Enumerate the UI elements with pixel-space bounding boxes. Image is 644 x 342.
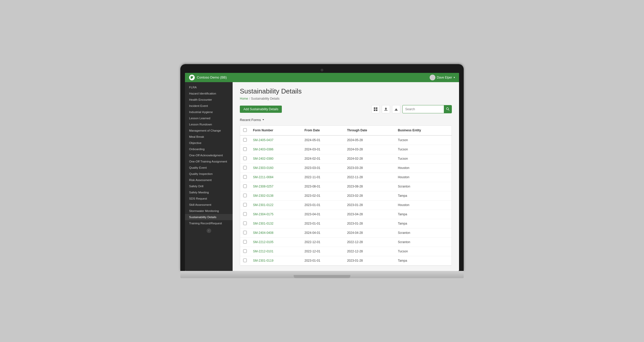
cell-from-date: 2023-08-01 xyxy=(301,182,344,191)
table-row: SM-2211-0084 2022-11-01 2022-11-28 Houst… xyxy=(240,173,452,182)
user-dropdown-icon[interactable]: ▾ xyxy=(454,76,455,79)
sidebar-item[interactable]: FLRA xyxy=(185,84,233,90)
cell-through-date: 2024-02-28 xyxy=(344,154,395,163)
form-number-link[interactable]: SM-2212-0105 xyxy=(253,240,273,244)
row-checkbox-cell xyxy=(240,163,250,173)
table-row: SM-2404-0408 2024-04-01 2024-04-28 Scran… xyxy=(240,228,452,237)
sidebar-item[interactable]: Incident Event xyxy=(185,103,233,109)
cell-through-date: 2022-12-28 xyxy=(344,237,395,247)
row-checkbox[interactable] xyxy=(243,212,247,216)
form-number-link[interactable]: SM-2301-0122 xyxy=(253,203,273,207)
sidebar-item[interactable]: Hazard Identification xyxy=(185,90,233,97)
sidebar-item[interactable]: Objective xyxy=(185,140,233,146)
row-checkbox-cell xyxy=(240,256,250,265)
row-checkbox-cell xyxy=(240,173,250,182)
upload-icon xyxy=(394,107,398,111)
form-number-link[interactable]: SM-2402-0380 xyxy=(253,157,273,160)
sidebar-item[interactable]: Industrial Hygiene xyxy=(185,109,233,115)
sidebar-item[interactable]: SDS Request xyxy=(185,195,233,202)
camera xyxy=(321,69,323,71)
user-name: Dave Elper xyxy=(437,76,452,79)
row-checkbox[interactable] xyxy=(243,138,247,142)
grid-view-button[interactable] xyxy=(371,105,380,113)
sidebar-item[interactable]: Health Encounter xyxy=(185,97,233,103)
add-sustainability-button[interactable]: Add Sustainability Details xyxy=(240,106,282,113)
row-checkbox[interactable] xyxy=(243,166,247,169)
row-checkbox[interactable] xyxy=(243,231,247,234)
form-number-link[interactable]: SM-2304-0175 xyxy=(253,212,273,216)
sidebar-item[interactable]: Sustainability Details xyxy=(185,214,233,220)
cell-business-entity: Tampa xyxy=(395,191,452,200)
section-header: Recent Forms xyxy=(240,118,452,122)
download-icon xyxy=(384,107,388,111)
cell-form-number: SM-2301-0122 xyxy=(250,200,301,210)
cell-form-number: SM-2404-0408 xyxy=(250,228,301,237)
cell-business-entity: Tucson xyxy=(395,135,452,145)
cell-from-date: 2023-01-01 xyxy=(301,256,344,265)
header-left: Contoso Demo (BB) xyxy=(189,75,227,80)
form-number-link[interactable]: SM-2301-0119 xyxy=(253,259,273,262)
sidebar-item[interactable]: Quality Event xyxy=(185,165,233,171)
sidebar-item[interactable]: One-Off Training Assignment xyxy=(185,158,233,165)
sidebar-item[interactable]: One-Off Acknowledgment xyxy=(185,152,233,158)
cell-from-date: 2022-12-01 xyxy=(301,247,344,256)
laptop-base xyxy=(180,271,464,278)
sidebar-item[interactable]: Meal Break xyxy=(185,134,233,140)
search-wrapper xyxy=(402,105,452,113)
row-checkbox[interactable] xyxy=(243,249,247,253)
cell-through-date: 2023-01-28 xyxy=(344,256,395,265)
sidebar-item[interactable]: Safety Meeting xyxy=(185,189,233,195)
cell-from-date: 2023-03-01 xyxy=(301,163,344,173)
cell-business-entity: Tucson xyxy=(395,145,452,154)
row-checkbox[interactable] xyxy=(243,240,247,244)
form-number-link[interactable]: SM-2403-0386 xyxy=(253,148,273,151)
row-checkbox[interactable] xyxy=(243,175,247,179)
upload-button[interactable] xyxy=(392,105,400,113)
cell-form-number: SM-2212-0101 xyxy=(250,247,301,256)
header-right: Dave Elper ▾ xyxy=(430,75,455,80)
search-input[interactable] xyxy=(403,106,444,112)
app-header: Contoso Demo (BB) Dave Elper ▾ xyxy=(185,73,459,82)
form-number-link[interactable]: SM-2301-0132 xyxy=(253,222,273,225)
row-checkbox[interactable] xyxy=(243,147,247,151)
sidebar-item[interactable]: Skill Assessment xyxy=(185,202,233,208)
table-row: SM-2212-0101 2022-12-01 2022-12-28 Tucso… xyxy=(240,247,452,256)
form-number-link[interactable]: SM-2212-0101 xyxy=(253,250,273,253)
download-button[interactable] xyxy=(382,105,390,113)
form-number-link[interactable]: SM-2303-0160 xyxy=(253,166,273,170)
form-number-link[interactable]: SM-2302-0138 xyxy=(253,194,273,198)
cell-business-entity: Tucson xyxy=(395,247,452,256)
table-header-row: Form Number From Date Through Date Busin… xyxy=(240,126,452,135)
cell-business-entity: Tampa xyxy=(395,210,452,219)
search-button[interactable] xyxy=(444,105,452,113)
form-number-link[interactable]: SM-2308-0257 xyxy=(253,185,273,188)
sidebar-collapse-button[interactable]: ‹ xyxy=(207,228,211,233)
cell-through-date: 2023-08-28 xyxy=(344,182,395,191)
sidebar-item[interactable]: Lesson Learned xyxy=(185,115,233,121)
sidebar-item[interactable]: Training Record/Request xyxy=(185,220,233,226)
sidebar-item[interactable]: Onboarding xyxy=(185,146,233,152)
form-number-link[interactable]: SM-2405-0437 xyxy=(253,138,273,142)
row-checkbox[interactable] xyxy=(243,221,247,225)
table-row: SM-2301-0132 2023-01-01 2023-01-28 Tampa xyxy=(240,219,452,228)
sidebar-item[interactable]: Lesson Rundown xyxy=(185,121,233,127)
form-number-link[interactable]: SM-2211-0084 xyxy=(253,175,273,179)
cell-from-date: 2022-11-01 xyxy=(301,173,344,182)
form-number-link[interactable]: SM-2404-0408 xyxy=(253,231,273,235)
sidebar-item[interactable]: Risk Assessment xyxy=(185,177,233,183)
toolbar: Add Sustainability Details xyxy=(240,105,452,113)
row-checkbox[interactable] xyxy=(243,203,247,207)
select-all-checkbox[interactable] xyxy=(243,128,247,132)
row-checkbox[interactable] xyxy=(243,194,247,197)
page-title: Sustainability Details xyxy=(240,87,452,95)
data-table: Form Number From Date Through Date Busin… xyxy=(240,126,452,266)
row-checkbox[interactable] xyxy=(243,259,247,262)
sidebar-item[interactable]: Safety Drill xyxy=(185,183,233,189)
row-checkbox[interactable] xyxy=(243,157,247,160)
breadcrumb-home[interactable]: Home xyxy=(240,97,248,100)
sidebar-item[interactable]: Quality Inspection xyxy=(185,171,233,177)
sidebar-item[interactable]: Management of Change xyxy=(185,127,233,134)
row-checkbox[interactable] xyxy=(243,184,247,188)
sidebar-item[interactable]: Stormwater Monitoring xyxy=(185,208,233,214)
cell-from-date: 2022-12-01 xyxy=(301,237,344,247)
